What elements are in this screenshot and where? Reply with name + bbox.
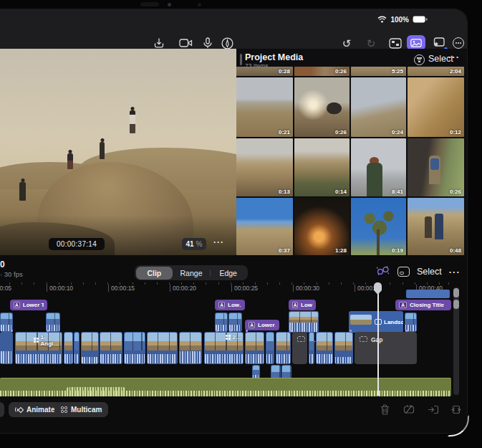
redo-button[interactable]: ↻ bbox=[362, 36, 380, 50]
media-thumbnail[interactable]: 0:14 bbox=[294, 138, 350, 196]
multicam-clip[interactable]: 1-Angl… bbox=[15, 332, 62, 364]
clip-duration: 5:25 bbox=[392, 68, 403, 75]
hiker-2 bbox=[435, 214, 443, 239]
more-options-button[interactable] bbox=[450, 36, 467, 50]
connected-clip[interactable] bbox=[228, 313, 242, 332]
mode-edge[interactable]: Edge bbox=[210, 267, 247, 280]
storyline-clip[interactable] bbox=[266, 332, 274, 364]
title-clip[interactable]: ALow… bbox=[215, 300, 245, 310]
media-thumbnail[interactable]: 0:21 bbox=[236, 77, 293, 137]
storyline-clip[interactable] bbox=[64, 332, 73, 364]
clip-duration: 0:26 bbox=[335, 68, 347, 75]
media-thumbnail[interactable]: 0:26 bbox=[294, 67, 350, 76]
panel-title: Project Media bbox=[245, 52, 303, 62]
connected-clip[interactable] bbox=[405, 313, 417, 332]
multicam-clip[interactable]: 2… bbox=[204, 332, 244, 364]
connected-clip[interactable] bbox=[215, 313, 228, 332]
media-thumbnail[interactable]: 0:28 bbox=[236, 67, 293, 76]
media-thumbnail[interactable]: 0:13 bbox=[236, 138, 293, 196]
media-thumbnail[interactable]: 0:26 bbox=[408, 138, 464, 196]
hiker-1 bbox=[425, 216, 432, 238]
multicam-label: 2… bbox=[226, 334, 241, 340]
record-video-button[interactable] bbox=[177, 36, 194, 50]
adjustments-button[interactable] bbox=[387, 36, 404, 50]
clip-duration: 0:21 bbox=[279, 129, 290, 135]
media-thumbnail[interactable]: 0:26 bbox=[294, 77, 350, 137]
timeline-more-button[interactable]: ··· bbox=[449, 267, 461, 277]
clip-duration: 8:41 bbox=[392, 189, 403, 195]
connection-dot bbox=[405, 330, 408, 332]
title-clip[interactable]: ALow… bbox=[289, 300, 316, 310]
media-thumbnail[interactable]: 8:41 bbox=[351, 138, 406, 196]
media-more-button[interactable]: ··· bbox=[448, 52, 460, 62]
media-thumbnail[interactable]: 0:48 bbox=[408, 198, 464, 255]
connected-clip[interactable] bbox=[46, 313, 60, 332]
titles-effects-button[interactable] bbox=[430, 36, 447, 50]
connected-clip[interactable] bbox=[0, 313, 13, 332]
title-clip[interactable]: ALower… bbox=[245, 320, 279, 330]
title-clip-label: Low… bbox=[228, 302, 241, 308]
media-thumbnail[interactable]: 0:24 bbox=[351, 77, 406, 137]
storyline-clip[interactable] bbox=[334, 332, 353, 364]
animate-button[interactable]: Animate bbox=[9, 402, 61, 417]
title-badge: A bbox=[14, 302, 20, 308]
audio-track[interactable] bbox=[0, 378, 451, 396]
multicam-icon bbox=[226, 335, 231, 340]
storyline-clip[interactable] bbox=[276, 332, 291, 364]
import-button[interactable] bbox=[150, 36, 168, 50]
insert-clip-button[interactable] bbox=[427, 403, 440, 416]
filter-icon[interactable] bbox=[414, 54, 425, 65]
mode-clip[interactable]: Clip bbox=[136, 267, 173, 280]
detach-audio-button[interactable] bbox=[403, 403, 415, 416]
media-thumbnail[interactable]: 5:25 bbox=[351, 67, 406, 76]
gap-clip[interactable]: G… bbox=[292, 332, 307, 364]
trim-clip-button[interactable] bbox=[450, 403, 463, 416]
picture-in-picture-icon[interactable] bbox=[397, 267, 410, 277]
title-badge: A bbox=[292, 302, 298, 308]
media-thumbnail[interactable]: 0:19 bbox=[351, 198, 406, 255]
clip-duration: 2:04 bbox=[450, 68, 461, 75]
browse-media-button[interactable] bbox=[407, 35, 425, 50]
project-media-panel: Project Media 73 Items Select ··· 0:28 0… bbox=[236, 49, 467, 255]
pencil-draw-button[interactable] bbox=[218, 36, 236, 50]
title-clip-label: Low… bbox=[301, 302, 312, 308]
timeline-select-button[interactable]: Select bbox=[417, 267, 442, 277]
timeline-scrollbar-thumb[interactable] bbox=[453, 300, 459, 309]
storyline-clip[interactable] bbox=[74, 332, 79, 364]
storyline-clip[interactable] bbox=[124, 332, 145, 364]
storyline-clip[interactable] bbox=[245, 332, 264, 364]
title-clip[interactable]: AClosing Title bbox=[395, 300, 451, 310]
storyline-clip[interactable] bbox=[100, 332, 122, 364]
gap-clip[interactable]: Gap bbox=[355, 332, 417, 364]
multicam-button[interactable]: Multicam bbox=[54, 402, 108, 417]
media-thumbnail[interactable]: 0:12 bbox=[408, 77, 464, 137]
record-voiceover-button[interactable] bbox=[199, 36, 216, 50]
media-thumbnail[interactable]: 0:37 bbox=[236, 198, 293, 255]
storyline-clip[interactable] bbox=[147, 332, 178, 364]
connected-clip[interactable] bbox=[289, 311, 319, 333]
connected-clip-bar[interactable] bbox=[406, 290, 450, 298]
storyline-clip[interactable] bbox=[81, 332, 99, 364]
connection-dot bbox=[350, 330, 352, 332]
delete-clip-button[interactable] bbox=[378, 403, 391, 416]
landscape-clip[interactable]: Landscap… bbox=[349, 311, 403, 333]
media-thumbnail[interactable]: 1:28 bbox=[294, 198, 350, 255]
magnetic-timeline-icon[interactable] bbox=[375, 265, 390, 279]
edge-button-partial[interactable] bbox=[0, 402, 4, 417]
storyline-clip[interactable] bbox=[309, 332, 314, 364]
viewer-more-button[interactable]: ··· bbox=[213, 237, 224, 247]
timecode-display[interactable]: 00:00:37:14 bbox=[49, 238, 105, 250]
clip-duration: 0:12 bbox=[450, 129, 461, 135]
undo-button[interactable]: ↺ bbox=[338, 36, 355, 50]
storyline-clip[interactable] bbox=[316, 332, 333, 364]
zoom-level-button[interactable]: 41 % bbox=[182, 238, 206, 250]
storyline-clip[interactable] bbox=[0, 332, 13, 364]
playhead-handle[interactable] bbox=[374, 282, 382, 295]
title-badge: A bbox=[218, 302, 225, 308]
timeline-scrollbar-thumb[interactable] bbox=[453, 288, 459, 297]
storyline-clip[interactable] bbox=[179, 332, 202, 364]
mode-range[interactable]: Range bbox=[173, 267, 210, 280]
title-clip[interactable]: ALower T… bbox=[10, 300, 47, 310]
ruler-label: 00:00:05 bbox=[0, 285, 11, 292]
media-thumbnail[interactable]: 2:04 bbox=[408, 67, 464, 76]
